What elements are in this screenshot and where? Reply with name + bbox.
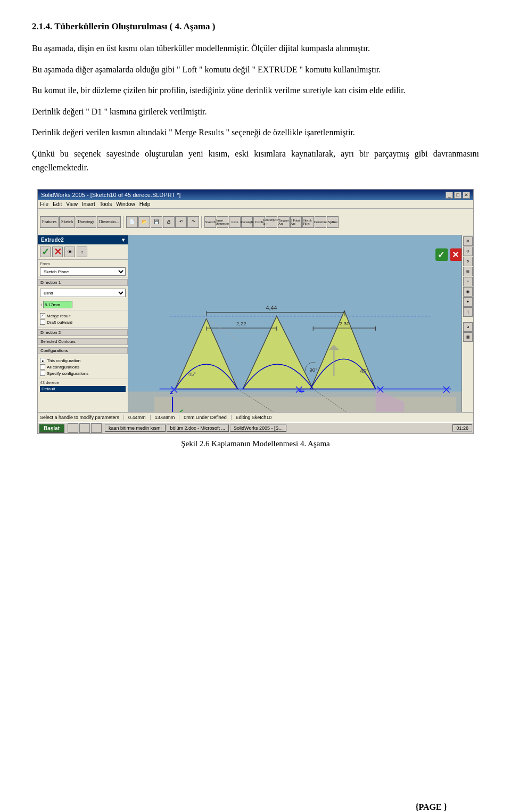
accept-icon[interactable]: ✓	[40, 247, 51, 257]
toolbar-open[interactable]: 📂	[138, 216, 150, 228]
config-all-label: All configurations	[47, 365, 79, 370]
configurations-label: Configurations	[38, 347, 128, 354]
taskbar-icon-3[interactable]	[91, 423, 102, 433]
toolbar-new[interactable]: 📄	[126, 216, 138, 228]
direction1-group: Blind	[38, 287, 128, 299]
toolbar-3point-arc[interactable]: 3 Point Arc	[290, 216, 302, 228]
menu-window[interactable]: Window	[116, 201, 135, 207]
svg-text:45°: 45°	[188, 371, 196, 377]
cancel-icon[interactable]: ✕	[52, 247, 63, 257]
status-1: 0.44mm	[128, 415, 151, 420]
start-button[interactable]: Başlat	[39, 424, 64, 433]
right-btn-1[interactable]: ⊕	[463, 236, 473, 246]
toolbar-btn-drawings[interactable]: Drawings	[76, 216, 96, 228]
right-btn-5[interactable]: ≡	[463, 277, 473, 286]
merge-group: ✓ Merge result Draft outward	[38, 310, 128, 328]
toolbar-centerline[interactable]: Centerline	[315, 216, 326, 228]
selected-contours-label: Selected Contours	[38, 338, 128, 345]
right-btn-3[interactable]: ↻	[463, 257, 473, 266]
svg-text:Z: Z	[170, 389, 173, 395]
menu-edit[interactable]: Edit	[53, 201, 62, 207]
menu-tools[interactable]: Tools	[100, 201, 112, 207]
sw-left-panel: Extrude2 ▾ ✓ ✕ 👁 ? From	[38, 235, 128, 412]
toolbar-btn-sketch[interactable]: Sketch	[59, 216, 75, 228]
taskbar-icon-1[interactable]	[68, 423, 78, 433]
sw-window: SolidWorks 2005 - [Sketch10 of 45 derece…	[38, 190, 473, 433]
panel-action-icons: ✓ ✕ 👁 ?	[38, 244, 128, 260]
maximize-btn[interactable]: □	[454, 192, 461, 199]
menu-help[interactable]: Help	[139, 201, 151, 207]
svg-text:2,22: 2,22	[236, 321, 246, 326]
toolbar-spline[interactable]: Spline	[327, 216, 339, 228]
menu-view[interactable]: View	[66, 201, 78, 207]
taskbar-solidworks[interactable]: SolidWorks 2005 - [S...	[230, 424, 286, 432]
config-name: 43 derece	[40, 380, 126, 385]
right-btn-8[interactable]: ⟨	[463, 307, 473, 317]
toolbar-print[interactable]: 🖨	[163, 216, 175, 228]
from-select[interactable]: Sketch Plane	[40, 267, 126, 276]
titlebar-buttons: _ □ ✕	[446, 192, 470, 199]
svg-text:✕: ✕	[452, 250, 459, 259]
help-icon[interactable]: ?	[77, 247, 87, 257]
toolbar-smart-dim[interactable]: Smart Dimension	[217, 216, 228, 228]
direction1-label: Direction 1	[38, 279, 128, 286]
toolbar-rectangle[interactable]: Rectangle	[241, 216, 253, 228]
solidworks-screenshot: SolidWorks 2005 - [Sketch10 of 45 derece…	[37, 189, 474, 434]
toolbar-btn-features[interactable]: Features	[40, 216, 59, 228]
minimize-btn[interactable]: _	[446, 192, 453, 199]
config-name-area: 43 derece Default	[38, 379, 128, 393]
right-btn-4[interactable]: ⊞	[463, 267, 473, 276]
toolbar-btn-dimensions[interactable]: Dimensio...	[97, 216, 121, 228]
toolbar-line[interactable]: Line	[229, 216, 241, 228]
status-main: Select a handle to modify parameters	[40, 415, 124, 420]
from-group: From Sketch Plane	[38, 260, 128, 278]
menu-insert[interactable]: Insert	[82, 201, 95, 207]
toolbar-sketch2[interactable]: Sketch	[204, 216, 216, 228]
toolbar-sketch-fillet[interactable]: Sketch Fillet	[302, 216, 314, 228]
svg-text:45°: 45°	[360, 368, 368, 374]
toolbar-save[interactable]: 💾	[151, 216, 162, 228]
direction2-label: Direction 2	[38, 329, 128, 336]
figure-caption: Şekil 2.6 Kaplamanın Modellenmesi 4. Aşa…	[181, 439, 330, 448]
taskbar-icon-2[interactable]	[79, 423, 90, 433]
taskbar-time: 01:26	[452, 424, 472, 432]
right-btn-9[interactable]: ⊿	[463, 322, 473, 332]
merge-label: Merge result	[47, 314, 70, 318]
config-specify[interactable]	[40, 371, 45, 376]
right-btn-6[interactable]: ◉	[463, 287, 473, 297]
sw-title: SolidWorks 2005 - [Sketch10 of 45 derece…	[41, 192, 180, 198]
taskbar-word[interactable]: bölüm 2.doc - Microsoft ...	[167, 424, 229, 432]
draft-label: Draft outward	[47, 320, 72, 325]
from-label: From	[40, 261, 126, 266]
status-3: 0mm Under Defined	[184, 415, 232, 420]
paragraph-2: Bu aşamada diğer aşamalarda olduğu gibi …	[32, 63, 479, 77]
right-btn-2[interactable]: ⊖	[463, 247, 473, 256]
sw-menubar: File Edit View Insert Tools Window Help	[38, 200, 473, 209]
merge-checkbox[interactable]: ✓	[40, 313, 45, 318]
panel-title-icon: ▾	[122, 237, 125, 243]
d1-group: ↕	[38, 299, 128, 310]
page-content: 2.1.4. Tüberküllerin Oluşturulması ( 4. …	[32, 21, 479, 448]
preview-icon[interactable]: 👁	[64, 247, 75, 257]
taskbar-kaan[interactable]: kaan bitirme medin kısmi	[105, 424, 166, 432]
toolbar-undo[interactable]: ↶	[175, 216, 187, 228]
menu-file[interactable]: File	[40, 201, 48, 207]
right-btn-7[interactable]: ✦	[463, 297, 473, 307]
cad-drawing: 4,44 2,22 2,30	[128, 235, 461, 412]
figure-container: SolidWorks 2005 - [Sketch10 of 45 derece…	[32, 189, 479, 448]
right-btn-10[interactable]: ▦	[463, 332, 473, 342]
toolbar-redo[interactable]: ↷	[187, 216, 199, 228]
toolbar-tangent-arc[interactable]: Tangent Arc	[278, 216, 290, 228]
section-title: 2.1.4. Tüberküllerin Oluşturulması ( 4. …	[32, 21, 479, 32]
close-btn[interactable]: ✕	[463, 192, 470, 199]
paragraph-6: Çünkü bu seçenek sayesinde oluşturulan y…	[32, 147, 479, 174]
page-number: {PAGE }	[415, 802, 447, 812]
sw-main-area: Extrude2 ▾ ✓ ✕ 👁 ? From	[38, 235, 473, 412]
direction1-select[interactable]: Blind	[40, 289, 126, 297]
d1-input[interactable]	[43, 301, 72, 308]
config-this[interactable]: ●	[40, 358, 45, 363]
config-all[interactable]	[40, 364, 45, 370]
draft-checkbox[interactable]	[40, 319, 45, 325]
toolbar-arc[interactable]: Centerpoint Arc	[266, 216, 277, 228]
config-specify-label: Specify configurations	[47, 371, 88, 376]
